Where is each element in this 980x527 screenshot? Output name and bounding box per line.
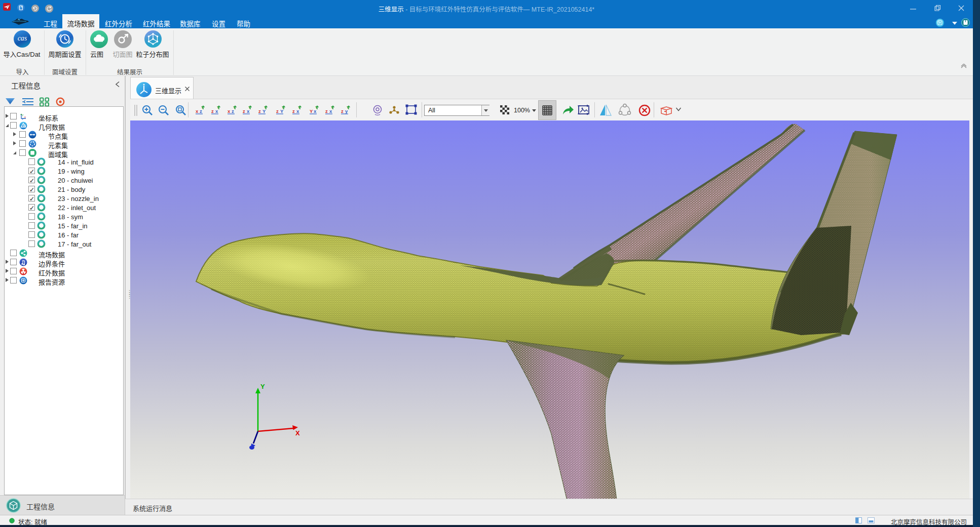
svg-text:Y: Y xyxy=(282,105,285,110)
svg-text:z: z xyxy=(22,117,23,120)
svg-text:x: x xyxy=(24,115,26,118)
svg-text:Y: Y xyxy=(310,108,313,114)
svg-text:z: z xyxy=(292,108,295,114)
svg-text:x: x xyxy=(228,108,231,114)
svg-text:Y: Y xyxy=(298,105,301,110)
svg-text:z: z xyxy=(243,108,245,114)
svg-text:Y: Y xyxy=(201,105,204,110)
svg-text:Y: Y xyxy=(315,105,318,110)
svg-text:Y: Y xyxy=(217,105,220,110)
svg-text:Y: Y xyxy=(347,105,350,110)
svg-text:z: z xyxy=(276,108,279,114)
svg-text:Y: Y xyxy=(264,105,267,110)
svg-text:z: z xyxy=(325,108,328,114)
svg-text:z: z xyxy=(341,108,344,114)
svg-text:Y: Y xyxy=(233,105,236,110)
svg-text:z: z xyxy=(211,108,214,114)
svg-text:Y: Y xyxy=(248,105,251,110)
svg-text:X: X xyxy=(295,429,300,437)
svg-text:z: z xyxy=(258,108,261,114)
svg-text:Y: Y xyxy=(331,105,334,110)
svg-text:x: x xyxy=(196,108,199,114)
svg-text:Y: Y xyxy=(260,383,265,390)
